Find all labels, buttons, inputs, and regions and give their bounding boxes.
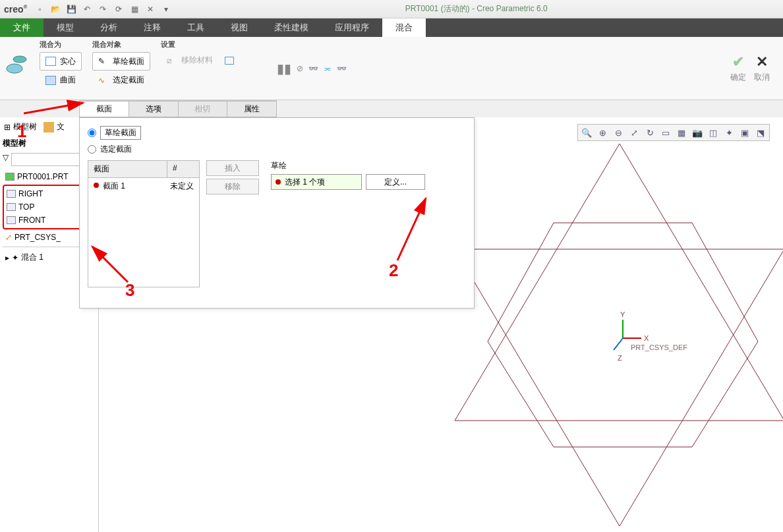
x-icon: ✕	[756, 53, 768, 71]
select-section-button[interactable]: ∿选定截面	[92, 72, 150, 88]
group-label: 混合对象	[92, 40, 150, 49]
save-icon[interactable]: 💾	[64, 3, 78, 16]
svg-point-0	[13, 56, 26, 63]
ok-button[interactable]: ✔确定	[730, 53, 746, 83]
remove-material-button[interactable]: ⧄移除材料	[161, 52, 240, 69]
tab-tools[interactable]: 工具	[174, 18, 218, 37]
subtab-tangent[interactable]: 相切	[179, 101, 228, 117]
redo-icon[interactable]: ↷	[96, 3, 110, 16]
style-icon[interactable]: ✦	[722, 126, 736, 139]
define-button[interactable]: 定义...	[366, 174, 425, 190]
tree-icon[interactable]: ⊞	[4, 123, 11, 132]
tab-model[interactable]: 模型	[44, 18, 87, 37]
link-icon[interactable]: ⫘	[324, 64, 332, 73]
svg-text:PRT_CSYS_DEF: PRT_CSYS_DEF	[631, 343, 687, 351]
svg-text:Y: Y	[620, 310, 625, 318]
close-icon[interactable]: ✕	[143, 3, 158, 16]
filter-icon[interactable]: ▽	[3, 153, 9, 166]
glasses-icon[interactable]: 👓	[308, 64, 318, 73]
cancel-button[interactable]: ✕取消	[754, 53, 770, 83]
folder-icon[interactable]	[44, 122, 54, 133]
undo-icon[interactable]: ↶	[80, 3, 94, 16]
dashboard-subtabs: 截面 选项 相切 属性	[79, 100, 277, 117]
tab-annotate[interactable]: 注释	[130, 18, 174, 37]
part-icon	[5, 173, 14, 181]
tab-blend[interactable]: 混合	[382, 18, 426, 37]
camera-icon[interactable]: 📷	[690, 126, 705, 139]
solid-button[interactable]: 实心	[40, 52, 82, 71]
svg-line-12	[24, 103, 83, 113]
subtab-options[interactable]: 选项	[129, 101, 179, 117]
tab-analysis[interactable]: 分析	[87, 18, 130, 37]
group-settings: 设置 ⧄移除材料	[161, 40, 240, 97]
svg-point-1	[7, 64, 22, 73]
section-panel: 草绘截面 选定截面 截面 # 截面 1 未定义 插入 移除	[79, 117, 475, 309]
windows-icon[interactable]: ▦	[127, 3, 142, 16]
subtab-props[interactable]: 属性	[227, 101, 277, 117]
status-dot-icon	[94, 183, 99, 188]
radio-select-section[interactable]: 选定截面	[88, 144, 466, 155]
zoom-in-icon[interactable]: ⊕	[595, 126, 610, 139]
check-icon: ✔	[732, 53, 744, 71]
col-num: #	[167, 161, 199, 177]
radio-sketch-section[interactable]: 草绘截面	[88, 126, 466, 140]
plane-icon	[7, 216, 16, 224]
col-section: 截面	[88, 161, 167, 177]
ribbon-tabs: 文件 模型 分析 注释 工具 视图 柔性建模 应用程序 混合	[0, 18, 783, 37]
selection-box[interactable]: 选择 1 个项	[271, 174, 362, 190]
tab-apps[interactable]: 应用程序	[322, 18, 382, 37]
tab-flex[interactable]: 柔性建模	[261, 18, 322, 37]
group-label: 混合为	[40, 40, 82, 49]
svg-marker-4	[455, 249, 783, 526]
group-blend-as: 混合为 实心 曲面	[40, 40, 82, 97]
panel-tab-2[interactable]: 文	[57, 121, 65, 133]
view-icon[interactable]: ▭	[658, 126, 673, 139]
viewport-toolbar: 🔍 ⊕ ⊖ ⤢ ↻ ▭ ▦ 📷 ◫ ✦ ▣ ⬔	[577, 124, 770, 141]
expand-icon[interactable]: ▸	[5, 253, 9, 262]
csys-icon: ⤢	[5, 233, 12, 242]
no-icon[interactable]: ⊘	[297, 64, 303, 73]
status-dot-icon	[276, 179, 281, 185]
group-blend-object: 混合对象 ✎草绘截面 ∿选定截面	[92, 40, 150, 97]
svg-text:X: X	[644, 334, 649, 342]
pause-icon[interactable]: ▮▮	[277, 61, 291, 76]
dropdown-icon[interactable]: ▾	[159, 3, 173, 16]
svg-text:Z: Z	[618, 354, 622, 362]
insert-button[interactable]: 插入	[206, 160, 259, 176]
zoom-out-icon[interactable]: ⊖	[611, 126, 625, 139]
subtab-section[interactable]: 截面	[79, 101, 129, 117]
ribbon: 混合为 实心 曲面 混合对象 ✎草绘截面 ∿选定截面 设置 ⧄移除材料 ▮▮ ⊘…	[0, 37, 783, 100]
quick-access-toolbar: ▫ 📂 💾 ↶ ↷ ⟳ ▦ ✕ ▾	[32, 3, 173, 16]
plane-icon	[7, 190, 16, 198]
remove-button[interactable]: 移除	[206, 179, 259, 194]
pencil-icon: ✎	[98, 57, 109, 66]
perspective-icon[interactable]: ⬔	[753, 126, 768, 139]
title-bar: creo® ▫ 📂 💾 ↶ ↷ ⟳ ▦ ✕ ▾ PRT0001 (活动的) - …	[0, 0, 783, 18]
svg-line-7	[614, 338, 623, 350]
app-logo: creo®	[4, 4, 27, 15]
sketch-section-button[interactable]: ✎草绘截面	[92, 52, 150, 71]
sketch-label: 草绘	[271, 160, 425, 171]
regen-icon[interactable]: ⟳	[111, 3, 126, 16]
remove-mat-icon: ⧄	[167, 56, 177, 65]
display-icon[interactable]: ▣	[738, 126, 752, 139]
refit-icon[interactable]: ⤢	[627, 126, 641, 139]
saved-view-icon[interactable]: ▦	[674, 126, 689, 139]
window-title: PRT0001 (活动的) - Creo Parametric 6.0	[173, 3, 779, 15]
zoom-fit-icon[interactable]: 🔍	[579, 126, 594, 139]
tab-view[interactable]: 视图	[218, 18, 261, 37]
open-icon[interactable]: 📂	[48, 3, 63, 16]
radio-select[interactable]	[88, 145, 96, 154]
plane-icon	[7, 203, 16, 211]
surface-button[interactable]: 曲面	[40, 72, 82, 88]
radio-sketch[interactable]	[88, 129, 96, 137]
glasses2-icon[interactable]: 👓	[337, 64, 347, 73]
tab-file[interactable]: 文件	[0, 18, 44, 37]
blend-feature-icon	[5, 53, 29, 76]
table-row[interactable]: 截面 1 未定义	[88, 178, 199, 194]
section-table: 截面 # 截面 1 未定义	[88, 160, 200, 287]
spin-icon[interactable]: ↻	[643, 126, 657, 139]
new-icon[interactable]: ▫	[32, 3, 47, 16]
panel-tab-label[interactable]: 模型树	[13, 121, 37, 133]
layers-icon[interactable]: ◫	[706, 126, 720, 139]
